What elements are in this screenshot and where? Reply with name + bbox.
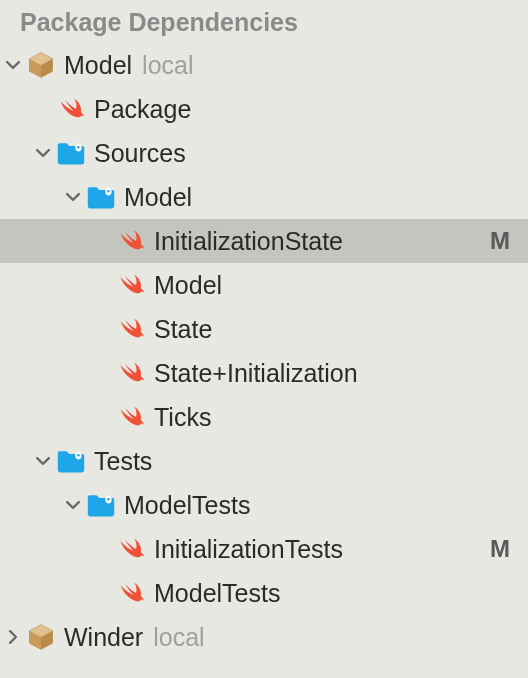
tree-row-initializationtests[interactable]: InitializationTests M xyxy=(0,527,528,571)
folder-gear-icon xyxy=(86,490,116,520)
tree-row-tests-folder[interactable]: Tests xyxy=(0,439,528,483)
chevron-down-icon[interactable] xyxy=(30,448,56,474)
swift-icon xyxy=(116,402,146,432)
tree-label: ModelTests xyxy=(154,579,280,608)
tree-row-package-file[interactable]: Package xyxy=(0,87,528,131)
tree-label: State+Initialization xyxy=(154,359,358,388)
tree-label: Tests xyxy=(94,447,152,476)
tree-label: InitializationTests xyxy=(154,535,343,564)
section-header-package-dependencies: Package Dependencies xyxy=(0,4,528,43)
tree-sublabel: local xyxy=(153,623,204,652)
tree-sublabel: local xyxy=(142,51,193,80)
tree-label: State xyxy=(154,315,212,344)
disclosure-spacer xyxy=(90,316,116,342)
disclosure-spacer xyxy=(30,96,56,122)
tree-row-state-initialization-file[interactable]: State+Initialization xyxy=(0,351,528,395)
swift-icon xyxy=(116,270,146,300)
disclosure-spacer xyxy=(90,404,116,430)
tree-row-modeltests-file[interactable]: ModelTests xyxy=(0,571,528,615)
package-icon xyxy=(26,50,56,80)
project-navigator: Package Dependencies Model local Package… xyxy=(0,0,528,659)
swift-icon xyxy=(116,358,146,388)
tree-row-model-package[interactable]: Model local xyxy=(0,43,528,87)
chevron-down-icon[interactable] xyxy=(0,52,26,78)
tree-label: Model xyxy=(124,183,192,212)
disclosure-spacer xyxy=(90,360,116,386)
tree-label: Model xyxy=(154,271,222,300)
tree-row-ticks-file[interactable]: Ticks xyxy=(0,395,528,439)
disclosure-spacer xyxy=(90,580,116,606)
tree-label: Model xyxy=(64,51,132,80)
scm-status-badge: M xyxy=(490,227,514,255)
swift-icon xyxy=(116,578,146,608)
tree-row-state-file[interactable]: State xyxy=(0,307,528,351)
swift-icon xyxy=(116,226,146,256)
chevron-down-icon[interactable] xyxy=(60,492,86,518)
tree-row-sources-folder[interactable]: Sources xyxy=(0,131,528,175)
folder-gear-icon xyxy=(56,446,86,476)
tree-row-model-file[interactable]: Model xyxy=(0,263,528,307)
package-icon xyxy=(26,622,56,652)
tree-label: Package xyxy=(94,95,191,124)
swift-icon xyxy=(116,534,146,564)
tree-row-sources-model-folder[interactable]: Model xyxy=(0,175,528,219)
swift-icon xyxy=(56,94,86,124)
disclosure-spacer xyxy=(90,536,116,562)
tree-label: Sources xyxy=(94,139,186,168)
disclosure-spacer xyxy=(90,228,116,254)
chevron-down-icon[interactable] xyxy=(30,140,56,166)
tree-label: ModelTests xyxy=(124,491,250,520)
swift-icon xyxy=(116,314,146,344)
tree-label: Ticks xyxy=(154,403,211,432)
tree-row-winder-package[interactable]: Winder local xyxy=(0,615,528,659)
disclosure-spacer xyxy=(90,272,116,298)
folder-gear-icon xyxy=(86,182,116,212)
tree-label: Winder xyxy=(64,623,143,652)
tree-row-initializationstate[interactable]: InitializationState M xyxy=(0,219,528,263)
tree-row-modeltests-folder[interactable]: ModelTests xyxy=(0,483,528,527)
tree-label: InitializationState xyxy=(154,227,343,256)
scm-status-badge: M xyxy=(490,535,514,563)
chevron-right-icon[interactable] xyxy=(0,624,26,650)
folder-gear-icon xyxy=(56,138,86,168)
chevron-down-icon[interactable] xyxy=(60,184,86,210)
